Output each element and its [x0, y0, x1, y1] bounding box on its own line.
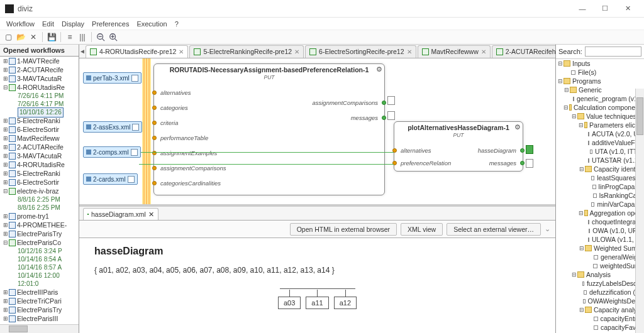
tree-item[interactable]: lsRankingCapa [556, 191, 644, 200]
workflow-item[interactable]: ⊞1-MAVTRecife [0, 57, 79, 65]
tree-item[interactable]: linProgCapaIde [556, 182, 644, 191]
dropdown-icon[interactable]: ⌄ [545, 225, 550, 233]
workflow-item[interactable]: ⊞2-ACUTARecife [0, 143, 79, 151]
input-file[interactable]: perTab-3.xml [83, 72, 142, 84]
open-html-button[interactable]: Open HTML in external browser [290, 223, 397, 236]
tree-item[interactable]: UTASTAR (v1.1, U [556, 156, 644, 165]
workflow-item[interactable]: ⊞5-ElectreRanki [0, 169, 79, 178]
tree-item[interactable]: defuzzification (v1. [556, 288, 644, 297]
workflow-run[interactable]: 12:01:0 [11, 280, 79, 288]
maximize-button[interactable]: ☐ [594, 1, 616, 16]
tree-item[interactable]: OWA (v1.0, URV) [556, 226, 644, 235]
workflow-tree[interactable]: ⊞1-MAVTRecife⊞2-ACUTARecife⊞3-MAVTAcutaR… [0, 57, 79, 324]
workflow-item[interactable]: ⊞4-RORUtadisRe [0, 160, 79, 169]
menu-edit[interactable]: Edit [38, 19, 58, 29]
search-input[interactable] [585, 46, 641, 57]
module-hasse[interactable]: ⚙ plotAlternativesHasseDiagram-1 PUT alt… [394, 121, 523, 172]
workflow-item[interactable]: ⊞prome-try1 [0, 212, 79, 221]
workflow-item[interactable]: ⊞2-ACUTARecife [0, 65, 79, 74]
workflow-run[interactable]: 7/26/16 4:11 PM [11, 92, 79, 100]
minimize-button[interactable]: — [571, 1, 594, 16]
workflow-item[interactable]: ⊞ElectreParisTry [0, 305, 79, 314]
tree-item[interactable]: capacityEntrop [556, 314, 644, 323]
workflow-run[interactable]: 8/8/16 2:25 PM [11, 204, 79, 212]
workflow-item[interactable]: ⊟4-RORUtadisRe [0, 83, 79, 92]
menu-execution[interactable]: Execution [133, 19, 170, 29]
new-icon[interactable]: ▢ [3, 31, 14, 43]
workflow-item[interactable]: ⊟electre-iv-braz [0, 187, 79, 195]
output-file-icon[interactable] [387, 96, 395, 105]
save-icon[interactable]: 💾 [46, 31, 57, 43]
workflow-item[interactable]: ⊞5-ElectreRanki [0, 116, 79, 125]
output-port[interactable]: hasseDiagram [478, 147, 525, 154]
tree-folder[interactable]: ⊟Inputs [556, 59, 644, 68]
tree-folder[interactable]: ⊟Capacity identi [556, 165, 644, 173]
tree-item[interactable]: capacityFavor [556, 323, 644, 332]
gear-icon[interactable]: ⚙ [514, 123, 521, 131]
tree-folder[interactable]: ⊟Weighted Sum [556, 244, 644, 253]
zoom-in-icon[interactable] [108, 31, 119, 43]
tree-item[interactable]: UTA (v1.0, ITTB) [556, 147, 644, 156]
output-port[interactable]: assignmentComparisons [312, 99, 386, 106]
workflow-item[interactable]: ⊞6-ElectreSortir [0, 178, 79, 187]
input-port[interactable]: assignmentExamples [152, 150, 217, 156]
input-port[interactable]: categories [152, 104, 188, 111]
tree-item[interactable]: ULOWA (v1.1, URV [556, 235, 644, 244]
workflow-run[interactable]: 10/10/16 12:26 [11, 108, 79, 116]
tree-folder[interactable]: ⊟Generic [556, 85, 644, 94]
workflow-run[interactable]: 8/8/16 2:25 PM [11, 195, 79, 204]
workflow-item[interactable]: ⊞3-MAVTAcutaR [0, 151, 79, 160]
workflow-run[interactable]: 10/12/16 3:24 P [11, 247, 79, 255]
tree-folder[interactable]: ⊟Value techniques [556, 112, 644, 121]
tree-item[interactable]: File(s) [556, 68, 644, 77]
workflow-item[interactable]: ⊞6-ElectreSortir [0, 125, 79, 134]
zoom-out-icon[interactable] [95, 31, 106, 43]
workflow-item[interactable]: ⊞ElectreTriCPari [0, 297, 79, 305]
tree-item[interactable]: OWAWeightsDescr [556, 297, 644, 305]
output-port[interactable]: messages [489, 160, 525, 166]
tree-item[interactable]: miniVarCapaIde [556, 200, 644, 209]
input-port[interactable]: categoriesCardinalities [152, 180, 221, 187]
tree-item[interactable]: fuzzyLabelsDescrip [556, 279, 644, 288]
input-port[interactable]: alternatives [152, 89, 191, 96]
close-icon[interactable]: ✕ [148, 210, 154, 218]
output-file-icon[interactable] [526, 159, 533, 168]
menu-?[interactable]: ? [171, 19, 182, 29]
tab-scroll-left[interactable]: ◄ [79, 48, 86, 55]
open-icon[interactable]: 📂 [15, 31, 26, 43]
gear-icon[interactable]: ⚙ [376, 65, 382, 74]
input-port[interactable]: performanceTable [152, 134, 208, 141]
tree-folder[interactable]: ⊟Calculation components [556, 103, 644, 112]
bottom-tab[interactable]: hasseDiagram.xml ✕ [83, 208, 158, 220]
input-port[interactable]: criteria [152, 119, 179, 126]
left-scrollbar[interactable] [0, 324, 79, 333]
menu-display[interactable]: Display [58, 19, 88, 29]
input-port[interactable]: assignmentComparisons [152, 165, 226, 172]
workflow-item[interactable]: ⊞4-PROMETHEE- [0, 221, 79, 229]
module-rorutadis[interactable]: ⚙ RORUTADIS-NecessaryAssignment-basedPre… [153, 63, 385, 195]
tab[interactable]: 5-ElectreRankingRecife-pre12✕ [189, 45, 304, 58]
external-viewer-button[interactable]: Select an external viewer… [447, 223, 541, 236]
tree-item[interactable]: ACUTA (v2.0, UTA [556, 129, 644, 138]
tab[interactable]: MavtRecifewww✕ [418, 45, 491, 58]
workflow-run[interactable]: 10/14/16 12:00 [11, 271, 79, 280]
tree-item[interactable]: generic_program (v1.1, loc [556, 94, 644, 103]
menu-preferences[interactable]: Preferences [88, 19, 133, 29]
align2-icon[interactable]: ||| [77, 31, 88, 43]
output-file-icon[interactable] [526, 145, 533, 154]
tab[interactable]: 4-RORUtadisRecife-pre12✕ [86, 45, 189, 58]
workflow-item[interactable]: ⊞ElectreParisIII [0, 314, 79, 323]
tree-item[interactable]: leastSquaresCa [556, 173, 644, 182]
workflow-run[interactable]: 10/14/16 8:57 A [11, 263, 79, 271]
tree-item[interactable]: weightedSum ( [556, 261, 644, 270]
input-file[interactable]: 2-comps.xml [83, 146, 141, 158]
tree-item[interactable]: choquetIntegral (v [556, 217, 644, 226]
workflow-item[interactable]: ⊞ElectreIIIParis [0, 288, 79, 297]
tree-folder[interactable]: ⊟Programs [556, 77, 644, 85]
tree-item[interactable]: generalWeight [556, 253, 644, 261]
workflow-item[interactable]: ⊞3-MAVTAcutaR [0, 74, 79, 83]
tree-folder[interactable]: ⊟Parameters elicitat [556, 121, 644, 129]
workflow-item[interactable]: ⊞MavtRecifeww [0, 134, 79, 143]
tree-folder[interactable]: ⊟Capacity analy [556, 305, 644, 314]
menu-workflow[interactable]: Workflow [3, 19, 38, 29]
